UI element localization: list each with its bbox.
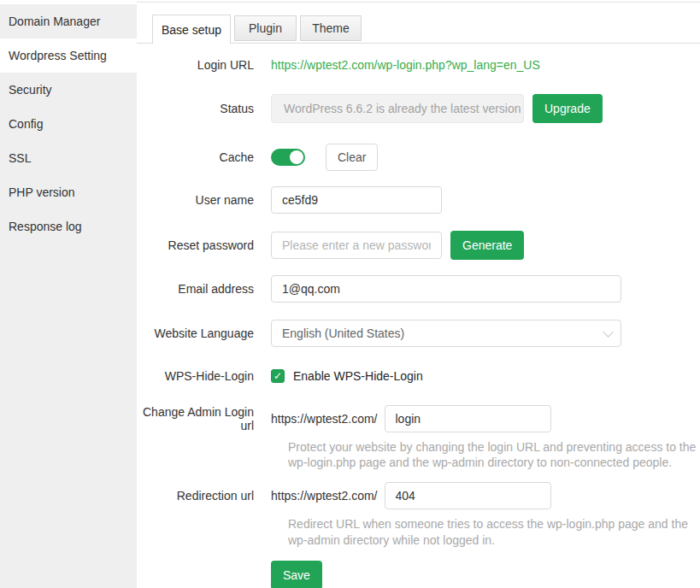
sidebar-item-domain-manager[interactable]: Domain Manager bbox=[0, 4, 137, 38]
wps-hide-login-label: WPS-Hide-Login bbox=[137, 369, 271, 383]
save-row: Save bbox=[137, 561, 700, 588]
admin-login-url-row: Change Admin Login url https://wptest2.c… bbox=[137, 405, 700, 432]
cache-label: Cache bbox=[137, 150, 271, 164]
status-row: Status WordPress 6.6.2 is already the la… bbox=[137, 94, 700, 123]
admin-login-url-label: Change Admin Login url bbox=[137, 405, 271, 432]
tab-theme[interactable]: Theme bbox=[300, 15, 362, 41]
language-select[interactable]: English (United States) bbox=[271, 320, 621, 347]
sidebar-item-php-version[interactable]: PHP version bbox=[0, 175, 137, 209]
username-input[interactable] bbox=[271, 186, 442, 214]
login-url-link[interactable]: https://wptest2.com/wp-login.php?wp_lang… bbox=[271, 58, 540, 72]
tab-bar: Base setup Plugin Theme bbox=[137, 3, 700, 44]
redirection-url-input[interactable] bbox=[385, 482, 551, 509]
upgrade-button[interactable]: Upgrade bbox=[532, 94, 603, 123]
email-label: Email address bbox=[137, 282, 271, 296]
reset-password-input[interactable] bbox=[271, 232, 442, 259]
tab-base-setup[interactable]: Base setup bbox=[152, 15, 231, 44]
username-label: User name bbox=[137, 193, 271, 207]
status-label: Status bbox=[137, 102, 271, 115]
sidebar-item-ssl[interactable]: SSL bbox=[0, 141, 137, 175]
login-url-row: Login URL https://wptest2.com/wp-login.p… bbox=[137, 56, 700, 74]
login-url-label: Login URL bbox=[137, 58, 271, 72]
wps-hide-login-checkbox[interactable]: ✓ bbox=[271, 369, 285, 383]
email-row: Email address bbox=[137, 275, 700, 303]
wps-hide-login-checkbox-label: Enable WPS-Hide-Login bbox=[293, 369, 423, 383]
admin-login-url-help-text: Protect your website by changing the log… bbox=[288, 439, 697, 470]
main-content: Base setup Plugin Theme Login URL https:… bbox=[137, 2, 700, 588]
admin-login-url-prefix: https://wptest2.com/ bbox=[271, 412, 378, 426]
sidebar: Domain Manager Wordpress Setting Securit… bbox=[0, 4, 137, 588]
checkmark-icon: ✓ bbox=[274, 370, 282, 382]
redirection-url-row: Redirection url https://wptest2.com/ bbox=[137, 482, 700, 509]
generate-password-button[interactable]: Generate bbox=[450, 231, 524, 260]
wps-hide-login-row: WPS-Hide-Login ✓ Enable WPS-Hide-Login bbox=[137, 369, 700, 383]
tab-plugin[interactable]: Plugin bbox=[234, 15, 297, 41]
redirection-url-prefix: https://wptest2.com/ bbox=[271, 489, 378, 503]
reset-password-label: Reset password bbox=[137, 238, 271, 252]
wordpress-setting-page: Domain Manager Wordpress Setting Securit… bbox=[0, 0, 700, 588]
sidebar-item-wordpress-setting[interactable]: Wordpress Setting bbox=[0, 38, 137, 73]
clear-cache-button[interactable]: Clear bbox=[326, 144, 378, 171]
status-value-field: WordPress 6.6.2 is already the latest ve… bbox=[271, 94, 524, 123]
email-input[interactable] bbox=[271, 275, 621, 303]
save-button[interactable]: Save bbox=[271, 561, 322, 588]
redirection-url-label: Redirection url bbox=[137, 489, 271, 503]
toggle-knob bbox=[290, 150, 303, 164]
sidebar-item-config[interactable]: Config bbox=[0, 107, 137, 141]
reset-password-row: Reset password Generate bbox=[137, 231, 700, 260]
admin-login-url-input[interactable] bbox=[385, 405, 551, 432]
sidebar-item-security[interactable]: Security bbox=[0, 73, 137, 107]
cache-toggle[interactable] bbox=[271, 149, 305, 166]
cache-row: Cache Clear bbox=[137, 144, 700, 171]
username-row: User name bbox=[137, 186, 700, 214]
redirection-url-help-text: Redirect URL when someone tries to acces… bbox=[288, 516, 697, 547]
language-selected-value: English (United States) bbox=[282, 326, 603, 340]
sidebar-item-response-log[interactable]: Response log bbox=[0, 209, 137, 244]
language-row: Website Language English (United States) bbox=[137, 320, 700, 347]
chevron-down-icon bbox=[603, 326, 614, 338]
language-label: Website Language bbox=[137, 326, 271, 340]
